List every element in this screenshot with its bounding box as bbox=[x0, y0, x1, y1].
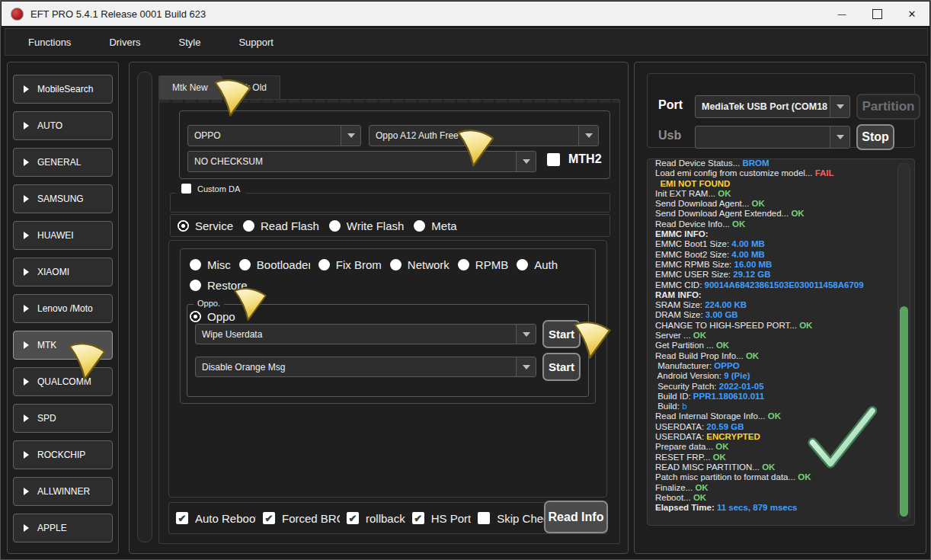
sidebar-item-huawei[interactable]: HUAWEI bbox=[13, 221, 113, 250]
port-label: Port bbox=[658, 98, 683, 112]
oppo-action-select-2[interactable]: Disable Orange Msg bbox=[195, 357, 536, 377]
log-line: SRAM Size: 224.00 KB bbox=[655, 300, 891, 310]
tab-page-mtk-new: OPPO Oppo A12 Auth Free NO CHECKSUM MTH2 bbox=[158, 99, 620, 544]
radio-network[interactable]: Network bbox=[390, 258, 450, 271]
menu-support[interactable]: Support bbox=[219, 37, 293, 48]
oppo-action-select-1[interactable]: Wipe Userdata bbox=[195, 324, 536, 344]
tab-strip: Mtk NewMtk Old bbox=[158, 75, 280, 99]
radio-service[interactable]: Service bbox=[178, 219, 233, 232]
log-line: RESET FRP... OK bbox=[655, 453, 891, 462]
partition-button[interactable]: Partition bbox=[856, 94, 920, 120]
start-button-1[interactable]: Start bbox=[542, 320, 581, 348]
log-line: Init EXT RAM... OK bbox=[655, 189, 891, 199]
collapsed-side-strip[interactable] bbox=[137, 72, 152, 542]
radio-icon bbox=[517, 259, 528, 270]
chevron-down-icon bbox=[830, 126, 849, 148]
option-forced-brom[interactable]: ✔Forced BROM bbox=[263, 512, 340, 525]
scrollbar-thumb[interactable] bbox=[900, 306, 908, 517]
option-hs-port[interactable]: ✔HS Port bbox=[412, 512, 472, 525]
chevron-down-icon bbox=[516, 152, 536, 171]
radio-fix-brom[interactable]: Fix Brom bbox=[318, 258, 382, 271]
log-line: Patch misc partition to format data... O… bbox=[655, 472, 891, 482]
close-button[interactable] bbox=[894, 2, 929, 26]
checkbox-icon: ✔ bbox=[412, 512, 424, 524]
log-line: EMMC Boot1 Size: 4.00 MB bbox=[655, 239, 891, 249]
oppo-action-row: Disable Orange MsgStart bbox=[195, 353, 581, 381]
radio-icon bbox=[243, 220, 254, 232]
radio-icon bbox=[329, 220, 341, 232]
log-line: Read Device Status... BROM bbox=[655, 158, 891, 168]
arrow-right-icon bbox=[24, 414, 29, 422]
port-select[interactable]: MediaTek USB Port (COM18 bbox=[695, 95, 850, 118]
sidebar-item-apple[interactable]: APPLE bbox=[13, 514, 113, 542]
menu-bar: FunctionsDriversStyleSupport bbox=[5, 28, 928, 56]
sidebar-item-mtk[interactable]: MTK bbox=[13, 331, 113, 360]
stop-button[interactable]: Stop bbox=[856, 124, 894, 150]
sidebar-item-samsung[interactable]: SAMSUNG bbox=[13, 184, 113, 213]
radio-auth[interactable]: Auth bbox=[517, 258, 558, 271]
radio-icon bbox=[190, 259, 201, 270]
log-line: Get Partition ... OK bbox=[655, 341, 891, 350]
log-line: EMMC Boot2 Size: 4.00 MB bbox=[655, 250, 891, 260]
arrow-right-icon bbox=[24, 305, 29, 312]
minimize-button[interactable] bbox=[824, 2, 859, 26]
menu-functions[interactable]: Functions bbox=[19, 37, 90, 48]
radio-write-flash[interactable]: Write Flash bbox=[329, 219, 405, 232]
mth2-checkbox[interactable]: MTH2 bbox=[547, 152, 602, 166]
sidebar-item-general[interactable]: GENERAL bbox=[13, 148, 113, 177]
sidebar-item-auto[interactable]: AUTO bbox=[13, 111, 113, 140]
start-button-2[interactable]: Start bbox=[542, 353, 581, 381]
sidebar-item-spd[interactable]: SPD bbox=[13, 404, 113, 433]
log-line: RAM INFO: bbox=[655, 290, 891, 300]
sidebar-item-mobilesearch[interactable]: MobileSearch bbox=[13, 75, 113, 104]
log-line: USERDATA: 20.59 GB bbox=[655, 422, 891, 432]
tab-mtk-old[interactable]: Mtk Old bbox=[222, 75, 280, 99]
tab-mtk-new[interactable]: Mtk New bbox=[158, 75, 222, 99]
checksum-select[interactable]: NO CHECKSUM bbox=[187, 151, 536, 172]
log-lines: Read Device Status... BROMLoad emi confi… bbox=[655, 158, 891, 513]
log-line: Reboot... OK bbox=[655, 493, 891, 503]
option-auto-reboot[interactable]: ✔Auto Reboot bbox=[176, 512, 256, 525]
port-groupbox: Port MediaTek USB Port (COM18 Partition … bbox=[647, 73, 915, 148]
mode-radio-group: ServiceRead FlashWrite FlashMeta bbox=[170, 214, 610, 237]
sidebar-item-allwinner[interactable]: ALLWINNER bbox=[13, 477, 113, 506]
option-rollback[interactable]: ✔rollback bbox=[347, 512, 405, 525]
log-line: Security Patch: 2022-01-05 bbox=[655, 382, 891, 392]
log-line: DRAM Size: 3.00 GB bbox=[655, 310, 891, 320]
maximize-button[interactable] bbox=[859, 2, 894, 26]
chevron-down-icon bbox=[516, 357, 536, 376]
radio-rpmb[interactable]: RPMB bbox=[458, 258, 508, 271]
usb-select[interactable] bbox=[695, 126, 850, 149]
sidebar-item-qualcomm[interactable]: QUALCOMM bbox=[13, 367, 113, 396]
app-logo-icon bbox=[11, 8, 24, 21]
right-panel: Port MediaTek USB Port (COM18 Partition … bbox=[634, 62, 926, 554]
oppo-fieldset: Oppo. Wipe UserdataStartDisable Orange M… bbox=[187, 304, 589, 397]
radio-bootloader[interactable]: Bootloader bbox=[239, 258, 310, 271]
custom-da-checkbox[interactable]: Custom DA bbox=[176, 184, 245, 194]
checkbox-icon: ✔ bbox=[347, 512, 359, 524]
title-bar: EFT PRO 5.4.1 Release 0001 Build 623 bbox=[2, 2, 929, 26]
menu-drivers[interactable]: Drivers bbox=[90, 37, 159, 48]
sidebar-item-lenovo-moto[interactable]: Lenovo /Moto bbox=[13, 294, 113, 323]
radio-restore[interactable]: Restore bbox=[190, 279, 248, 292]
log-line: EMMC RPMB Size: 16.00 MB bbox=[655, 260, 891, 270]
menu-style[interactable]: Style bbox=[160, 37, 220, 48]
arrow-right-icon bbox=[24, 122, 29, 130]
radio-read-flash[interactable]: Read Flash bbox=[243, 219, 319, 232]
log-scrollbar bbox=[897, 163, 910, 521]
arrow-right-icon bbox=[24, 524, 29, 532]
radio-meta[interactable]: Meta bbox=[414, 219, 456, 232]
radio-icon bbox=[414, 220, 425, 232]
chevron-down-icon bbox=[830, 96, 849, 117]
model-select[interactable]: Oppo A12 Auth Free bbox=[369, 125, 599, 146]
radio-misc[interactable]: Misc bbox=[190, 258, 231, 271]
sidebar-item-rockchip[interactable]: ROCKCHIP bbox=[13, 440, 113, 469]
log-line: Load emi config from customize model... … bbox=[655, 168, 891, 178]
log-line: Finalize... OK bbox=[655, 483, 891, 493]
read-info-button[interactable]: Read Info bbox=[544, 501, 608, 533]
brand-select[interactable]: OPPO bbox=[187, 125, 361, 146]
custom-da-groupbox bbox=[170, 193, 610, 213]
checkbox-icon bbox=[547, 153, 560, 166]
options-checkbox-row: ✔Auto Reboot✔Forced BROM✔rollback✔HS Por… bbox=[168, 502, 607, 534]
sidebar-item-xiaomi[interactable]: XIAOMI bbox=[13, 258, 113, 286]
